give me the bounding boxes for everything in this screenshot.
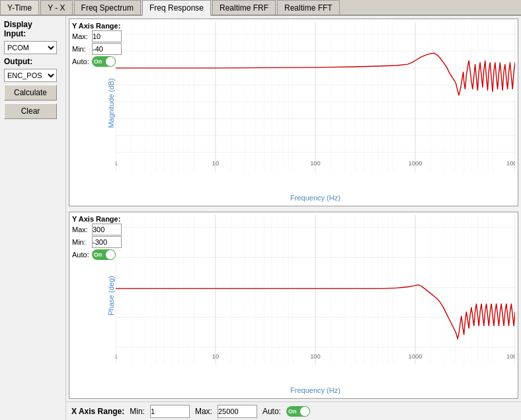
svg-text:1: 1 (116, 353, 118, 360)
charts-area: Magnitude (dB) Y Axis Range: Max: Min: A… (66, 16, 521, 420)
bottom-auto-toggle[interactable]: On (92, 249, 116, 260)
top-chart-controls: Y Axis Range: Max: Min: Auto: On (69, 19, 132, 71)
top-min-input[interactable] (92, 43, 122, 55)
bottom-chart-svg: 400 200 0 -200 -400 1 10 100 1000 10000 (116, 215, 515, 365)
svg-text:10000: 10000 (506, 159, 515, 167)
x-axis-auto-label: Auto: (262, 407, 281, 416)
top-y-range-label: Y Axis Range: (72, 22, 130, 30)
bottom-auto-toggle-text: On (94, 251, 102, 258)
bottom-chart-container: Phase (deg) Y Axis Range: Max: Min: Auto… (69, 212, 518, 399)
top-chart-svg-wrapper: 20 10 0 -10 -20 -30 -40 -50 1 10 100 100… (116, 22, 515, 187)
svg-text:10: 10 (212, 159, 219, 167)
x-axis-min-input[interactable] (150, 405, 190, 418)
clear-button[interactable]: Clear (4, 103, 57, 119)
x-axis-max-label: Max: (195, 407, 212, 416)
bottom-min-input[interactable] (92, 236, 122, 248)
top-auto-toggle-text: On (94, 58, 102, 65)
x-axis-toggle-knob (300, 407, 309, 416)
svg-text:100: 100 (310, 353, 321, 360)
bottom-chart-svg-wrapper: 400 200 0 -200 -400 1 10 100 1000 10000 (116, 215, 515, 380)
tab-realtime-fft[interactable]: Realtime FFT (277, 0, 340, 15)
top-x-axis-label: Frequency (Hz) (116, 194, 515, 202)
tab-freq-spectrum[interactable]: Freq Spectrum (74, 0, 141, 15)
x-axis-range-label: X Axis Range: (71, 407, 124, 416)
tab-realtime-frf[interactable]: Realtime FRF (212, 0, 276, 15)
svg-text:1: 1 (116, 159, 118, 167)
bottom-chart-controls: Y Axis Range: Max: Min: Auto: On (69, 212, 132, 264)
top-y-axis-label: Magnitude (dB) (107, 78, 115, 128)
bottom-auto-label: Auto: (72, 251, 89, 259)
output-label: Output: (4, 57, 61, 66)
x-axis-auto-toggle[interactable]: On (286, 406, 310, 417)
top-max-label: Max: (72, 32, 91, 40)
tab-y-x[interactable]: Y - X (40, 0, 72, 15)
bottom-bar: X Axis Range: Min: Max: Auto: On (66, 401, 521, 420)
top-auto-label: Auto: (72, 58, 89, 65)
top-auto-toggle[interactable]: On (92, 56, 116, 67)
svg-text:1000: 1000 (409, 353, 422, 360)
top-chart-container: Magnitude (dB) Y Axis Range: Max: Min: A… (69, 19, 518, 206)
svg-text:10: 10 (212, 353, 219, 360)
x-axis-max-input[interactable] (218, 405, 257, 418)
tab-freq-response[interactable]: Freq Response (142, 0, 211, 16)
svg-text:100: 100 (310, 159, 321, 167)
tab-bar: Y-Time Y - X Freq Spectrum Freq Response… (0, 0, 521, 16)
top-chart-svg: 20 10 0 -10 -20 -30 -40 -50 1 10 100 100… (116, 22, 515, 172)
bottom-min-label: Min: (72, 238, 91, 246)
bottom-max-input[interactable] (92, 224, 122, 235)
x-axis-min-label: Min: (130, 407, 145, 416)
left-panel: DisplayInput: PCOM VCOM ICOM Output: ENC… (0, 16, 66, 420)
input-select[interactable]: PCOM VCOM ICOM (4, 41, 57, 54)
top-toggle-knob (106, 57, 115, 66)
svg-text:10000: 10000 (506, 353, 515, 360)
display-input-label: DisplayInput: (4, 20, 61, 38)
calculate-button[interactable]: Calculate (4, 85, 57, 101)
bottom-y-axis-label: Phase (deg) (107, 276, 115, 315)
bottom-toggle-knob (106, 250, 115, 259)
bottom-y-range-label: Y Axis Range: (72, 215, 130, 223)
output-select[interactable]: ENC_POS VENC IENC (4, 69, 57, 82)
x-axis-auto-toggle-text: On (288, 408, 297, 415)
tab-y-time[interactable]: Y-Time (0, 0, 39, 15)
top-min-label: Min: (72, 45, 91, 53)
top-max-input[interactable] (92, 30, 122, 42)
svg-text:1000: 1000 (409, 159, 422, 167)
bottom-max-label: Max: (72, 226, 91, 233)
bottom-x-axis-label: Frequency (Hz) (116, 386, 515, 394)
